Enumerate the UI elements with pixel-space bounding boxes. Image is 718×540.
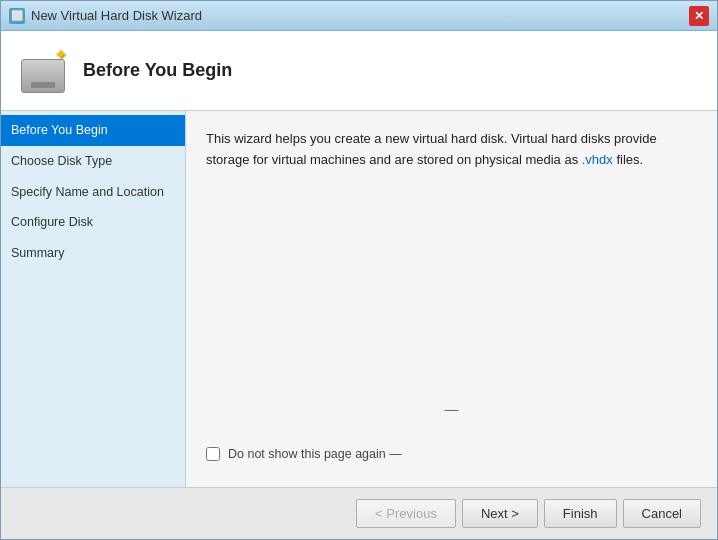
sidebar-item-before-you-begin[interactable]: Before You Begin (1, 115, 185, 146)
checkbox-area: Do not show this page again — (206, 447, 697, 461)
title-bar-left: ⬜ New Virtual Hard Disk Wizard (9, 8, 202, 24)
cancel-button[interactable]: Cancel (623, 499, 701, 528)
do-not-show-checkbox[interactable] (206, 447, 220, 461)
description-text: This wizard helps you create a new virtu… (206, 129, 666, 171)
checkbox-label[interactable]: Do not show this page again — (228, 447, 402, 461)
vhdx-text: .vhdx (582, 152, 613, 167)
main-content: This wizard helps you create a new virtu… (186, 111, 717, 487)
previous-button[interactable]: < Previous (356, 499, 456, 528)
footer: < Previous Next > Finish Cancel (1, 487, 717, 539)
title-bar: ⬜ New Virtual Hard Disk Wizard ✕ (1, 1, 717, 31)
dash-separator: — (206, 401, 697, 417)
sidebar: Before You Begin Choose Disk Type Specif… (1, 111, 186, 487)
wizard-window: ⬜ New Virtual Hard Disk Wizard ✕ ✦ Befor… (0, 0, 718, 540)
sidebar-item-specify-name[interactable]: Specify Name and Location (1, 177, 185, 208)
header-title: Before You Begin (83, 60, 232, 81)
description-part2: files. (613, 152, 643, 167)
sidebar-item-configure-disk[interactable]: Configure Disk (1, 207, 185, 238)
window-icon: ⬜ (9, 8, 25, 24)
close-button[interactable]: ✕ (689, 6, 709, 26)
next-button[interactable]: Next > (462, 499, 538, 528)
window-title: New Virtual Hard Disk Wizard (31, 8, 202, 23)
sidebar-item-summary[interactable]: Summary (1, 238, 185, 269)
finish-button[interactable]: Finish (544, 499, 617, 528)
header-area: ✦ Before You Begin (1, 31, 717, 111)
disk-icon (21, 59, 65, 93)
sidebar-item-choose-disk-type[interactable]: Choose Disk Type (1, 146, 185, 177)
content-area: Before You Begin Choose Disk Type Specif… (1, 111, 717, 487)
header-icon-container: ✦ (17, 45, 69, 97)
